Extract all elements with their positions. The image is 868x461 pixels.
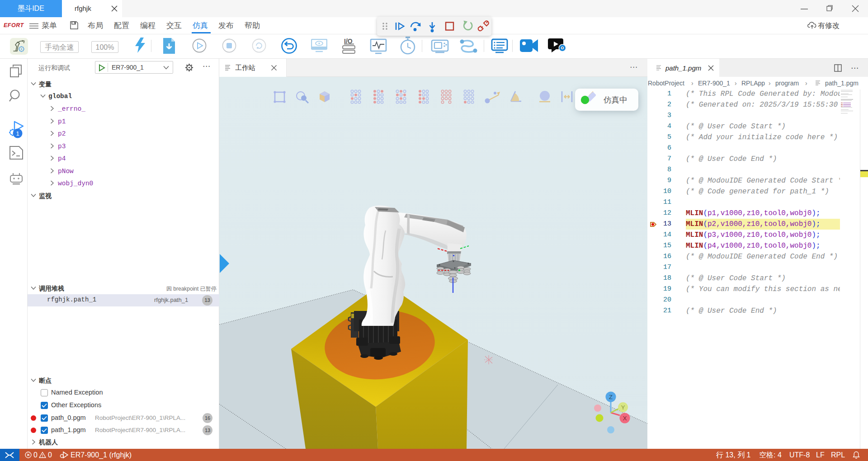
- svg-text:I/O: I/O: [344, 38, 353, 45]
- svg-text:Y: Y: [621, 404, 625, 411]
- svg-text:仿真中: 仿真中: [603, 95, 627, 104]
- svg-text:1: 1: [16, 130, 19, 137]
- svg-text:X: X: [623, 415, 627, 422]
- svg-text:Z: Z: [609, 394, 613, 400]
